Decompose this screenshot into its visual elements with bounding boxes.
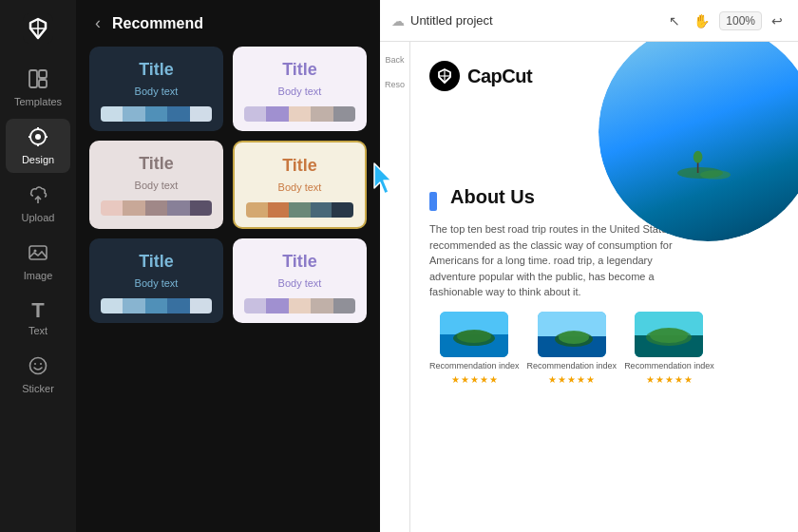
svg-rect-13 <box>29 246 47 259</box>
editor-left-tabs: Back Reso <box>380 42 410 532</box>
card2-colors <box>244 106 355 122</box>
svg-point-15 <box>30 358 47 374</box>
svg-rect-3 <box>29 70 37 87</box>
thumb-label-2: Recommendation index <box>527 361 618 370</box>
card6-colors <box>244 298 355 314</box>
sidebar-item-templates[interactable]: Templates <box>6 61 70 115</box>
card1-body: Body text <box>135 86 179 97</box>
card2-title: Title <box>282 60 317 80</box>
panel-title: Recommend <box>112 15 203 32</box>
editor-canvas: CapCut About Us The top ten best road tr… <box>410 42 798 532</box>
about-title: About Us <box>450 186 535 208</box>
template-card-6[interactable]: Title Body text <box>233 238 367 323</box>
capcut-logo-icon <box>429 61 460 91</box>
upload-icon <box>28 184 48 208</box>
editor-area: ☁ Untitled project ↖ ✋ 100% ↩ Back Reso <box>380 0 798 532</box>
editor-topbar: ☁ Untitled project ↖ ✋ 100% ↩ <box>380 0 798 42</box>
svg-point-7 <box>35 134 41 140</box>
image-icon <box>28 242 48 266</box>
svg-point-17 <box>40 363 42 365</box>
text-icon: T <box>31 300 44 321</box>
svg-rect-4 <box>39 70 47 78</box>
thumb-img-2 <box>538 312 606 357</box>
design-icon <box>28 126 48 150</box>
svg-point-22 <box>694 151 703 163</box>
sidebar-item-design[interactable]: Design <box>6 119 70 173</box>
thumb-stars-3: ★★★★★ <box>646 374 693 385</box>
card1-colors <box>101 106 212 122</box>
reso-tab[interactable]: Reso <box>381 74 408 95</box>
svg-point-20 <box>700 170 731 180</box>
svg-point-36 <box>650 328 688 343</box>
card2-body: Body text <box>278 86 322 97</box>
svg-point-16 <box>34 363 36 365</box>
template-card-4[interactable]: Title Body text <box>233 141 367 229</box>
sidebar-templates-label: Templates <box>14 96 62 107</box>
thumb-item-3: Recommendation index ★★★★★ <box>624 312 714 385</box>
back-tab[interactable]: Back <box>381 49 408 70</box>
thumbnail-row: Recommendation index ★★★★★ Rec <box>429 312 779 385</box>
thumb-item-2: Recommendation index ★★★★★ <box>527 312 618 385</box>
sidebar-item-sticker[interactable]: Sticker <box>6 348 70 402</box>
panel-back-button[interactable]: ‹ <box>91 13 104 33</box>
hand-tool-button[interactable]: ✋ <box>690 10 713 32</box>
template-card-2[interactable]: Title Body text <box>233 47 367 131</box>
editor-main: Back Reso <box>380 42 798 532</box>
undo-button[interactable]: ↩ <box>768 10 787 32</box>
thumb-label-1: Recommendation index <box>429 361 520 370</box>
template-card-5[interactable]: Title Body text <box>89 238 223 323</box>
about-indicator <box>429 192 437 211</box>
template-card-3[interactable]: Title Body text <box>89 141 223 229</box>
thumb-img-3 <box>635 312 703 357</box>
card3-title: Title <box>139 154 174 174</box>
thumb-stars-2: ★★★★★ <box>548 374 595 385</box>
sidebar-text-label: Text <box>28 325 48 336</box>
template-card-1[interactable]: Title Body text <box>89 47 223 131</box>
left-sidebar: Templates Design Upload <box>0 0 76 532</box>
card4-colors <box>246 202 353 218</box>
card4-title: Title <box>282 156 317 176</box>
thumb-stars-1: ★★★★★ <box>451 374 498 385</box>
card5-colors <box>101 298 212 314</box>
card5-body: Body text <box>135 277 179 289</box>
zoom-selector[interactable]: 100% <box>719 11 762 30</box>
svg-point-32 <box>559 331 589 344</box>
thumb-label-3: Recommendation index <box>624 361 714 370</box>
sticker-icon <box>28 355 48 379</box>
card5-title: Title <box>139 252 174 272</box>
card3-colors <box>101 200 212 216</box>
template-grid: Title Body text Title Body text <box>76 47 380 336</box>
topbar-left: ☁ Untitled project <box>391 13 657 28</box>
pointer-tool-button[interactable]: ↖ <box>665 10 684 32</box>
card1-title: Title <box>139 60 174 80</box>
sidebar-item-image[interactable]: Image <box>6 235 70 289</box>
card6-body: Body text <box>278 277 322 289</box>
card6-title: Title <box>282 252 317 272</box>
cloud-icon: ☁ <box>391 13 405 28</box>
sidebar-image-label: Image <box>24 270 53 281</box>
sidebar-item-text[interactable]: T Text <box>6 293 70 344</box>
app-logo <box>21 11 55 46</box>
thumb-img-1 <box>440 312 508 357</box>
templates-icon <box>28 68 48 92</box>
topbar-right: ↖ ✋ 100% ↩ <box>665 10 787 32</box>
about-text: The top ten best road trip routes in the… <box>429 221 695 300</box>
card3-body: Body text <box>135 180 179 191</box>
sidebar-design-label: Design <box>22 154 54 165</box>
sidebar-upload-label: Upload <box>22 212 55 223</box>
thumb-item-1: Recommendation index ★★★★★ <box>429 312 520 385</box>
sidebar-item-upload[interactable]: Upload <box>6 177 70 231</box>
svg-point-28 <box>457 330 491 343</box>
project-title[interactable]: Untitled project <box>410 13 493 28</box>
card4-body: Body text <box>278 181 322 193</box>
svg-rect-5 <box>39 80 47 87</box>
sidebar-sticker-label: Sticker <box>22 383 54 394</box>
capcut-brand-name: CapCut <box>467 66 532 87</box>
template-panel: ‹ Recommend Title Body text Title Body t… <box>76 0 380 532</box>
panel-header: ‹ Recommend <box>76 0 380 47</box>
